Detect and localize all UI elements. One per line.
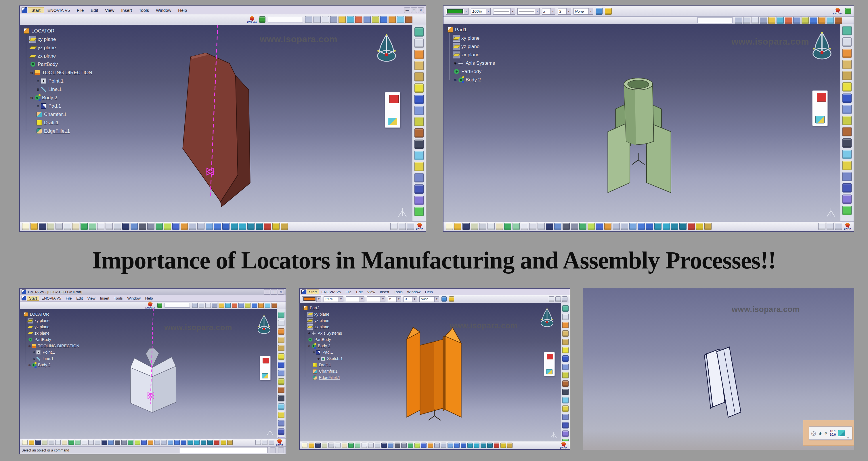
assemble-tool-icon[interactable] — [842, 172, 851, 181]
grid-tool-icon[interactable] — [278, 437, 284, 438]
grid-tool-icon[interactable] — [562, 431, 568, 437]
zoom-in-icon[interactable] — [434, 442, 440, 448]
tree-item-partbody[interactable]: PartBody — [22, 337, 80, 343]
zoom-out-icon[interactable] — [441, 442, 446, 448]
chamfer-tool-icon[interactable] — [562, 339, 568, 345]
link-icon[interactable] — [388, 442, 394, 448]
menu-enovia-v5[interactable]: ENOVIA V5 — [39, 296, 63, 301]
menu-tools[interactable]: Tools — [392, 289, 405, 294]
menu-insert[interactable]: Insert — [378, 289, 392, 294]
tree-item-axis-systems[interactable]: ⊕Axis Systems — [446, 59, 495, 67]
link-icon[interactable] — [108, 440, 114, 445]
rotate-icon[interactable] — [428, 442, 433, 448]
help-icon[interactable] — [521, 223, 528, 230]
redo-icon[interactable] — [513, 223, 520, 230]
preview-icon[interactable] — [122, 223, 129, 230]
tree-item-pad-1[interactable]: ⊕Pad.1 — [302, 349, 343, 355]
measure-icon[interactable] — [264, 223, 271, 230]
fit-all-in-icon[interactable] — [134, 440, 140, 445]
fly-mode-icon[interactable] — [408, 442, 413, 448]
icon-5-icon[interactable] — [768, 17, 775, 24]
catalog-icon[interactable] — [262, 358, 269, 364]
zoom-search-icon[interactable] — [375, 442, 380, 448]
zoom-in-icon[interactable] — [189, 223, 196, 230]
shell-tool-icon[interactable] — [842, 93, 851, 103]
expander-icon[interactable]: ⊕ — [312, 351, 315, 354]
tree-item-line-1[interactable]: ⊕Line.1 — [22, 85, 92, 93]
fillet-tool-icon[interactable] — [278, 337, 284, 343]
fillet-tool-icon[interactable] — [414, 61, 424, 70]
close-button[interactable]: × — [418, 7, 424, 13]
boolean-tool-icon[interactable] — [562, 422, 568, 429]
point-tool-icon[interactable] — [278, 395, 284, 401]
menu-tools[interactable]: Tools — [112, 296, 125, 301]
spiral-icon[interactable]: ◎ — [811, 430, 816, 436]
icon-1-icon[interactable] — [305, 16, 312, 23]
measure-icon[interactable] — [214, 440, 219, 445]
save-icon[interactable] — [463, 223, 470, 230]
iso-view-icon[interactable] — [181, 440, 186, 445]
workbench-icon[interactable] — [842, 26, 851, 35]
boolean-tool-icon[interactable] — [278, 429, 284, 435]
view-cube-icon[interactable] — [838, 430, 845, 436]
line-weight-combo[interactable]: 3▾ — [558, 8, 571, 15]
axis-indicator-icon[interactable] — [827, 223, 834, 230]
line-tool-icon[interactable] — [278, 403, 284, 410]
iso-view-icon[interactable] — [222, 223, 229, 230]
expander-icon[interactable]: ⊕ — [308, 344, 311, 348]
icon-12-icon[interactable] — [827, 17, 834, 24]
menu-enovia-v5[interactable]: ENOVIA V5 — [319, 289, 343, 294]
render-style-combo[interactable]: None▾ — [574, 8, 593, 15]
link-icon[interactable] — [554, 223, 561, 230]
3d-compass[interactable] — [539, 308, 555, 328]
thickness-tool-icon[interactable] — [562, 364, 568, 370]
hide-show-icon[interactable] — [480, 442, 486, 448]
workbench-icon[interactable] — [562, 305, 568, 312]
undo-icon[interactable] — [81, 223, 88, 230]
draft-tool-icon[interactable] — [842, 82, 851, 91]
icon-7-icon[interactable] — [355, 16, 362, 23]
line-tool-icon[interactable] — [562, 397, 568, 403]
snap-tool-icon[interactable] — [414, 207, 424, 216]
boolean-tool-icon[interactable] — [842, 183, 851, 193]
icon-2-icon[interactable] — [199, 303, 204, 308]
preview-icon[interactable] — [101, 440, 107, 445]
tree-item-xy-plane[interactable]: xy plane — [302, 311, 343, 317]
line-weight-combo[interactable]: 3▾ — [404, 296, 417, 302]
icon-12-icon[interactable] — [397, 16, 404, 23]
tree-item-edgefillet-1[interactable]: EdgeFillet.1 — [22, 127, 92, 135]
mass-properties-icon[interactable] — [696, 223, 703, 230]
tree-item-xy-plane[interactable]: xy plane — [446, 34, 495, 42]
thickness-tool-icon[interactable] — [842, 105, 851, 114]
assemble-tool-icon[interactable] — [562, 414, 568, 420]
copy-icon[interactable] — [55, 440, 61, 445]
icon-10-icon[interactable] — [810, 17, 817, 24]
fly-mode-icon[interactable] — [128, 440, 133, 445]
hide-show-icon[interactable] — [671, 223, 678, 230]
spiral-icon[interactable] — [818, 223, 826, 230]
menu-view[interactable]: View — [101, 7, 118, 13]
icon-10-icon[interactable] — [380, 16, 388, 23]
power-input[interactable] — [180, 447, 268, 453]
apply-material-icon[interactable] — [507, 442, 513, 448]
pad-tool-icon[interactable] — [278, 328, 284, 335]
expander-icon[interactable]: ⊕ — [30, 96, 34, 100]
sketcher-icon[interactable] — [278, 320, 284, 326]
apply-material-icon[interactable] — [704, 223, 712, 230]
axis-indicator-icon[interactable] — [555, 296, 561, 302]
menu-edit[interactable]: Edit — [87, 7, 101, 13]
person-icon[interactable] — [115, 440, 120, 445]
list-icon[interactable] — [147, 223, 154, 230]
opacity-combo[interactable]: 100%▾ — [471, 8, 491, 15]
menu-file[interactable]: File — [343, 289, 354, 294]
list-icon[interactable] — [571, 223, 578, 230]
spiral-icon[interactable] — [390, 223, 398, 230]
cut-icon[interactable] — [49, 440, 54, 445]
shell-tool-icon[interactable] — [562, 355, 568, 362]
save-icon[interactable] — [39, 223, 46, 230]
cut-icon[interactable] — [329, 442, 334, 448]
cut-icon[interactable] — [56, 223, 63, 230]
chamfer-tool-icon[interactable] — [414, 72, 424, 81]
search-icon[interactable] — [368, 442, 374, 448]
icon-3-icon[interactable] — [322, 16, 329, 23]
